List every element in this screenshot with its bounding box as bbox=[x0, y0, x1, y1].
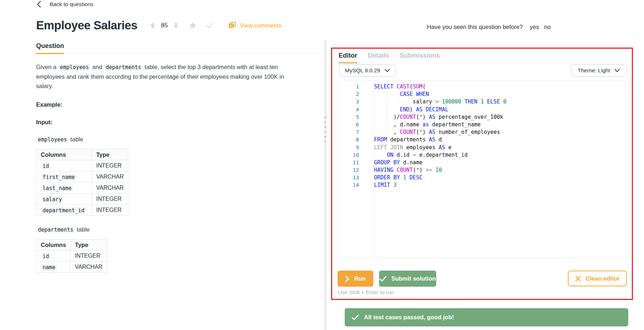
check-icon bbox=[352, 314, 359, 321]
clean-editor-label: Clean editor bbox=[586, 275, 620, 282]
chevron-down-icon bbox=[614, 68, 620, 73]
star-icon bbox=[188, 21, 197, 30]
line-number: 5 bbox=[338, 113, 373, 121]
run-label: Run bbox=[354, 275, 365, 282]
x-icon bbox=[575, 276, 581, 282]
arrow-up-icon bbox=[149, 21, 157, 29]
line-number: 9 bbox=[338, 144, 373, 151]
table-row: idINTEGER bbox=[36, 251, 107, 262]
back-to-questions-link[interactable]: Back to questions bbox=[36, 1, 93, 8]
employees-schema-table: Columns Type idINTEGER first_nameVARCHAR… bbox=[36, 149, 128, 216]
seen-question: Have you seen this question before? yes … bbox=[427, 24, 551, 30]
run-hint: Use Shift + Enter to run bbox=[338, 289, 394, 295]
line-number: 8 bbox=[338, 136, 373, 144]
clean-editor-button[interactable]: Clean editor bbox=[568, 271, 627, 286]
code-line: CASE WHEN bbox=[374, 91, 625, 98]
line-number: 1 bbox=[338, 83, 373, 91]
tab-details[interactable]: Details bbox=[368, 52, 389, 63]
chevron-right-icon bbox=[345, 276, 349, 282]
code-content: SELECT CAST(SUM( CASE WHEN salary > 1000… bbox=[374, 83, 625, 189]
back-label: Back to questions bbox=[50, 1, 93, 8]
code-line: ON d.id = e.department_id bbox=[374, 151, 625, 159]
upvote-button[interactable] bbox=[149, 21, 157, 29]
tab-submissions[interactable]: Submissions bbox=[400, 52, 440, 63]
editor-panel: Editor Details Submissions MySQL 8.0.29 … bbox=[331, 48, 633, 300]
seen-no-button[interactable]: no bbox=[544, 24, 551, 30]
editor-tabs: Editor Details Submissions bbox=[339, 52, 440, 63]
table-row: last_nameVARCHAR bbox=[36, 183, 128, 194]
inline-code: employees bbox=[58, 64, 90, 71]
code-line: )/COUNT(*) AS percentage_over_100k bbox=[374, 113, 625, 121]
code-line: GROUP BY d.name bbox=[374, 159, 625, 166]
question-tab-row: Question bbox=[36, 42, 318, 54]
code-line: HAVING COUNT(*) >= 10 bbox=[374, 166, 625, 174]
line-number: 2 bbox=[338, 91, 373, 98]
question-text: Given a employees and departments table,… bbox=[36, 62, 285, 91]
line-number: 7 bbox=[338, 128, 373, 136]
comments-icon bbox=[228, 22, 236, 29]
line-number: 6 bbox=[338, 121, 373, 128]
view-comments-label: View comments bbox=[240, 22, 281, 29]
line-number: 11 bbox=[338, 159, 373, 166]
seen-question-prompt: Have you seen this question before? bbox=[427, 24, 523, 30]
line-number-gutter: 1234567891011121314 bbox=[338, 83, 374, 258]
check-icon bbox=[206, 21, 214, 30]
theme-select[interactable]: Theme: Light bbox=[571, 64, 627, 77]
column-header: Type bbox=[70, 239, 107, 251]
code-line: , COUNT(*) AS number_of_employees bbox=[374, 128, 625, 136]
line-number: 13 bbox=[338, 174, 373, 181]
line-number: 3 bbox=[338, 98, 373, 106]
line-number: 12 bbox=[338, 166, 373, 174]
arrow-down-icon bbox=[172, 21, 180, 29]
chevron-down-icon bbox=[384, 68, 390, 73]
input-label: Input: bbox=[36, 119, 318, 126]
mark-done-button[interactable] bbox=[206, 21, 214, 30]
inline-code: departments bbox=[104, 64, 143, 71]
downvote-button[interactable] bbox=[172, 21, 180, 29]
table-row: first_nameVARCHAR bbox=[36, 171, 128, 183]
table-row: idINTEGER bbox=[36, 160, 128, 171]
code-line: FROM departments AS d bbox=[374, 136, 625, 144]
departments-table-caption: departments table bbox=[36, 226, 318, 233]
line-number: 14 bbox=[338, 181, 373, 189]
submit-label: Submit solution bbox=[391, 275, 436, 282]
submit-solution-button[interactable]: Submit solution bbox=[379, 271, 436, 287]
pane-divider bbox=[324, 39, 327, 330]
code-line: LEFT JOIN employees AS e bbox=[374, 144, 625, 151]
language-select-value: MySQL 8.0.29 bbox=[345, 67, 380, 74]
column-header: Type bbox=[92, 149, 128, 160]
tab-editor[interactable]: Editor bbox=[339, 52, 357, 63]
table-row: department_idINTEGER bbox=[36, 205, 128, 216]
code-line: END) AS DECIMAL bbox=[374, 106, 625, 113]
question-panel: Question Given a employees and departmen… bbox=[36, 42, 318, 273]
vote-group: 85 bbox=[149, 21, 214, 30]
code-line: salary > 100000 THEN 1 ELSE 0 bbox=[374, 98, 625, 106]
title-row: Employee Salaries 85 bbox=[36, 19, 281, 32]
employees-code-chip: employees bbox=[36, 136, 69, 143]
chevron-left-icon bbox=[36, 1, 41, 8]
view-comments-link[interactable]: View comments bbox=[228, 22, 281, 29]
scrollbar-track[interactable] bbox=[625, 81, 625, 258]
bookmark-star-button[interactable] bbox=[188, 21, 197, 30]
code-line: ORDER BY 1 DESC bbox=[374, 174, 625, 181]
code-line: LIMIT 3 bbox=[374, 181, 625, 189]
column-header: Columns bbox=[36, 149, 92, 160]
theme-select-value: Theme: Light bbox=[578, 67, 610, 74]
run-button[interactable]: Run bbox=[338, 271, 373, 287]
line-number: 4 bbox=[338, 106, 373, 113]
code-editor[interactable]: 1234567891011121314 SELECT CAST(SUM( CAS… bbox=[338, 81, 630, 258]
tab-question[interactable]: Question bbox=[36, 42, 64, 54]
vote-count: 85 bbox=[161, 22, 168, 29]
resize-handle[interactable] bbox=[324, 113, 327, 146]
code-line: , d.name as department_name bbox=[374, 121, 625, 128]
page-title: Employee Salaries bbox=[36, 19, 137, 32]
app-root: Back to questions Employee Salaries 85 bbox=[0, 0, 644, 330]
departments-schema-table: Columns Type idINTEGER nameVARCHAR bbox=[36, 239, 107, 273]
table-row: salaryINTEGER bbox=[36, 194, 128, 205]
check-icon bbox=[379, 276, 387, 282]
test-result-text: All test cases passed, good job! bbox=[364, 314, 454, 321]
column-header: Columns bbox=[36, 239, 71, 251]
test-result-banner: All test cases passed, good job! bbox=[345, 308, 628, 326]
seen-yes-button[interactable]: yes bbox=[530, 24, 539, 30]
language-select[interactable]: MySQL 8.0.29 bbox=[339, 64, 396, 77]
